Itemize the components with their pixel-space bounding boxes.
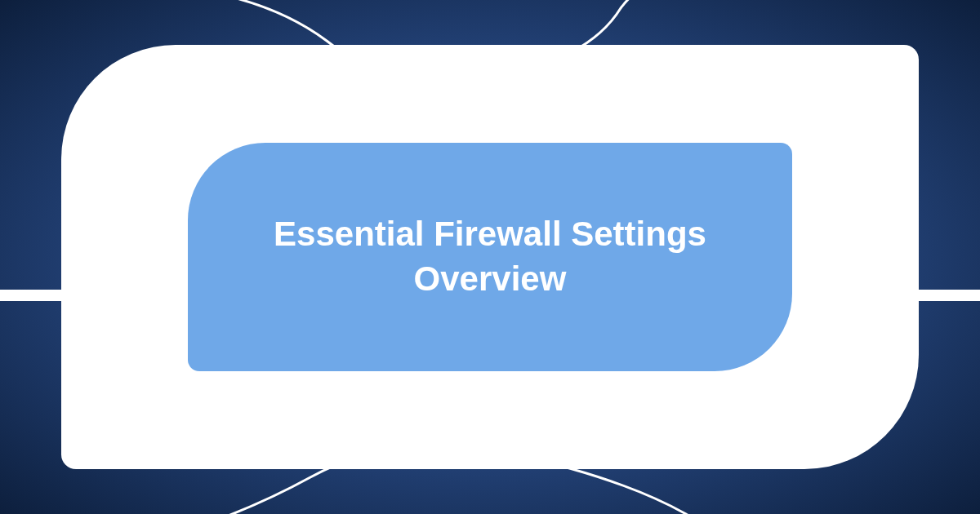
inner-card: Essential Firewall Settings Overview <box>188 143 792 371</box>
page-title: Essential Firewall Settings Overview <box>253 212 727 301</box>
